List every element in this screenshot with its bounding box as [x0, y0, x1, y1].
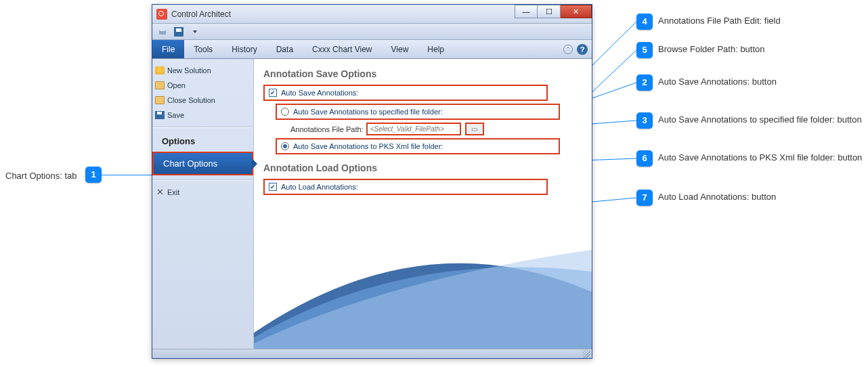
callout-7-bubble: 7: [636, 190, 653, 206]
sidebar-separator: [152, 127, 253, 128]
sidebar-item-close-solution[interactable]: Close Solution: [152, 93, 253, 108]
radio-icon: [281, 142, 289, 150]
callout-7-label: Auto Load Annotations: button: [658, 192, 776, 202]
callout-6-label: Auto Save Annotations to PKS Xml file fo…: [658, 152, 862, 163]
callout-5-bubble: 5: [636, 42, 653, 58]
callout-1-label: Chart Options: tab: [5, 171, 77, 181]
backstage-sidebar: New Solution Open Close Solution Save Op…: [152, 59, 254, 349]
annotations-file-path-input[interactable]: [366, 123, 461, 135]
sidebar-item-label: New Solution: [167, 66, 211, 74]
app-window: Control Architect — ☐ ✕ File Tools Histo…: [152, 4, 592, 359]
callout-4-bubble: 4: [636, 14, 653, 30]
sidebar-separator: [152, 179, 253, 181]
sidebar-item-label: Close Solution: [167, 96, 215, 104]
collapse-ribbon-icon[interactable]: ˇ: [563, 45, 573, 54]
sidebar-item-exit[interactable]: ✕ Exit: [152, 185, 253, 200]
content-area: New Solution Open Close Solution Save Op…: [152, 59, 592, 349]
status-bar: [152, 349, 592, 358]
svg-rect-7: [160, 28, 165, 31]
callout-3-bubble: 3: [636, 112, 653, 129]
sidebar-item-save[interactable]: Save: [152, 108, 253, 123]
help-icon[interactable]: ?: [577, 44, 588, 55]
auto-save-to-folder-button[interactable]: Auto Save Annotations to specified file …: [276, 104, 560, 120]
sidebar-item-new-solution[interactable]: New Solution: [152, 63, 253, 78]
window-controls: — ☐ ✕: [515, 5, 592, 23]
option-label: Auto Save Annotations to specified file …: [293, 108, 443, 116]
callout-6-bubble: 6: [636, 150, 653, 167]
callout-2-label: Auto Save Annotations: button: [658, 77, 777, 87]
close-button[interactable]: ✕: [561, 5, 592, 18]
app-icon: [156, 9, 167, 20]
tab-data[interactable]: Data: [267, 40, 303, 58]
checkbox-icon: [269, 89, 277, 97]
open-folder-icon: [155, 81, 165, 89]
auto-load-annotations-button[interactable]: Auto Load Annotations:: [263, 179, 548, 195]
callout-1-line: [102, 175, 152, 175]
checkbox-icon: [269, 183, 277, 191]
callout-3-label: Auto Save Annotations to specified file …: [658, 114, 862, 125]
file-path-row: Annotations File Path: ▭: [290, 123, 582, 135]
titlebar: Control Architect — ☐ ✕: [152, 5, 592, 24]
sidebar-item-open[interactable]: Open: [152, 78, 253, 93]
tab-cxxx-chart-view[interactable]: Cxxx Chart View: [303, 40, 381, 58]
sidebar-item-label: Exit: [167, 188, 179, 196]
save-icon: [155, 111, 165, 119]
file-path-label: Annotations File Path:: [290, 125, 364, 133]
exit-icon: ✕: [155, 188, 165, 196]
callout-2-bubble: 2: [636, 74, 653, 91]
close-folder-icon: [155, 96, 165, 104]
sidebar-item-label: Save: [167, 111, 184, 119]
tab-tools[interactable]: Tools: [184, 40, 222, 58]
auto-save-pks-button[interactable]: Auto Save Annotations to PKS Xml file fo…: [276, 138, 560, 154]
tab-help[interactable]: Help: [418, 40, 454, 58]
sidebar-heading-options: Options: [152, 132, 253, 150]
sidebar-item-label: Open: [167, 81, 186, 89]
browse-folder-button[interactable]: ▭: [465, 123, 484, 135]
callout-1-bubble: 1: [85, 167, 102, 183]
auto-save-annotations-button[interactable]: Auto Save Annotations:: [263, 85, 548, 101]
option-label: Auto Load Annotations:: [281, 183, 358, 191]
minimize-button[interactable]: —: [515, 5, 538, 18]
option-label: Auto Save Annotations:: [281, 89, 358, 97]
qat-save-icon[interactable]: [173, 26, 185, 38]
maximize-button[interactable]: ☐: [538, 5, 561, 18]
sidebar-tab-chart-options[interactable]: Chart Options: [152, 152, 253, 175]
section-title-load: Annotation Load Options: [263, 163, 582, 173]
option-label: Auto Save Annotations to PKS Xml file fo…: [293, 142, 443, 150]
new-solution-icon: [155, 66, 165, 74]
tab-history[interactable]: History: [222, 40, 266, 58]
radio-icon: [281, 108, 289, 116]
resize-grip-icon[interactable]: [582, 350, 590, 358]
window-title: Control Architect: [171, 9, 515, 19]
section-title-save: Annotation Save Options: [263, 68, 582, 79]
tab-file[interactable]: File: [152, 40, 184, 58]
callout-4-label: Annotations File Path Edit: field: [658, 16, 781, 26]
tab-view[interactable]: View: [382, 40, 418, 58]
callout-5-label: Browse Folder Path: button: [658, 44, 765, 54]
qat-dropdown-icon[interactable]: [189, 26, 201, 38]
ribbon-tabs: File Tools History Data Cxxx Chart View …: [152, 40, 592, 59]
qat-print-icon[interactable]: [156, 26, 169, 38]
options-panel: Annotation Save Options Auto Save Annota…: [254, 59, 592, 349]
quick-access-toolbar: [152, 24, 592, 40]
